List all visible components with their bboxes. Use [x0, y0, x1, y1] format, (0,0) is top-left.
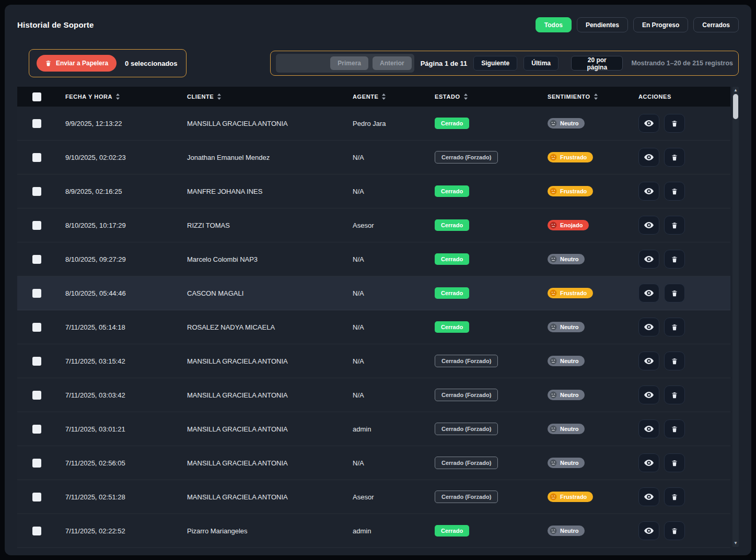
row-checkbox[interactable] — [32, 493, 41, 501]
status-badge: Cerrado (Forzado) — [435, 491, 498, 503]
previous-page-button[interactable]: Anterior — [373, 56, 412, 70]
view-button[interactable] — [638, 216, 659, 235]
filter-cerrados-button[interactable]: Cerrados — [693, 17, 739, 32]
delete-button[interactable] — [664, 419, 685, 438]
scroll-down-arrow[interactable]: ▼ — [732, 540, 739, 546]
sentiment-face-icon — [550, 120, 557, 127]
table-row[interactable]: 9/10/2025, 02:02:23 Jonathan Emanuel Men… — [17, 141, 730, 174]
scrollbar-thumb[interactable] — [733, 94, 738, 119]
delete-button[interactable] — [664, 386, 685, 404]
status-cell: Cerrado (Forzado) — [425, 491, 538, 503]
row-checkbox[interactable] — [32, 323, 41, 332]
select-all-checkbox[interactable] — [32, 92, 41, 101]
actions-cell — [629, 284, 730, 302]
delete-button[interactable] — [664, 453, 685, 472]
sentiment-face-icon — [550, 459, 557, 466]
view-button[interactable] — [638, 114, 659, 133]
scroll-up-arrow[interactable]: ▲ — [732, 87, 739, 94]
client-cell: MANSILLA GRACIELA ANTONIA — [178, 459, 343, 467]
sentiment-label: Neutro — [560, 426, 578, 432]
table-row[interactable]: 9/9/2025, 12:13:22 MANSILLA GRACIELA ANT… — [17, 107, 730, 141]
delete-button[interactable] — [664, 148, 685, 167]
view-button[interactable] — [638, 318, 659, 336]
filter-todos-button[interactable]: Todos — [536, 17, 572, 32]
row-checkbox[interactable] — [32, 187, 41, 196]
view-button[interactable] — [638, 148, 659, 167]
trash-icon — [671, 323, 678, 331]
view-button[interactable] — [638, 250, 659, 269]
view-button[interactable] — [638, 521, 659, 540]
table-row[interactable]: 7/11/2025, 05:14:18 ROSALEZ NADYA MICAEL… — [17, 310, 730, 344]
delete-button[interactable] — [664, 114, 685, 133]
row-checkbox[interactable] — [32, 153, 41, 162]
delete-button[interactable] — [664, 521, 685, 540]
column-header-datetime[interactable]: FECHA Y HORA — [56, 94, 178, 100]
view-button[interactable] — [638, 284, 659, 302]
row-checkbox[interactable] — [32, 459, 41, 468]
table-row[interactable]: 8/9/2025, 02:16:25 MANFRE JOHANA INES N/… — [17, 174, 730, 208]
table-row[interactable]: 7/11/2025, 03:03:42 MANSILLA GRACIELA AN… — [17, 378, 730, 412]
column-header-status[interactable]: ESTADO — [425, 94, 538, 100]
table-row[interactable]: 8/10/2025, 05:44:46 CASCON MAGALI N/A Ce… — [17, 276, 730, 310]
table-row[interactable]: 8/10/2025, 10:17:29 RIZZI TOMAS Asesor C… — [17, 208, 730, 242]
row-checkbox[interactable] — [32, 289, 41, 298]
sentiment-label: Frustrado — [560, 494, 587, 500]
table-row[interactable]: 8/10/2025, 09:27:29 Marcelo Colombi NAP3… — [17, 242, 730, 276]
selected-count: 0 seleccionados — [125, 60, 177, 67]
sentiment-cell: Neutro — [538, 390, 629, 400]
table-row[interactable]: 7/11/2025, 02:51:28 MANSILLA GRACIELA AN… — [17, 480, 730, 514]
delete-button[interactable] — [664, 487, 685, 506]
table-row[interactable]: 7/11/2025, 02:22:52 Pizarro Mariangeles … — [17, 514, 730, 548]
row-checkbox[interactable] — [32, 119, 41, 128]
status-filter-group: Todos Pendientes En Progreso Cerrados — [536, 17, 739, 32]
datetime-cell: 7/11/2025, 03:15:42 — [56, 357, 178, 365]
table-row[interactable]: 7/11/2025, 02:56:05 MANSILLA GRACIELA AN… — [17, 446, 730, 480]
view-button[interactable] — [638, 386, 659, 404]
delete-button[interactable] — [664, 318, 685, 336]
delete-button[interactable] — [664, 182, 685, 201]
column-header-client[interactable]: CLIENTE — [178, 94, 343, 100]
trash-icon — [671, 289, 678, 297]
row-checkbox[interactable] — [32, 357, 41, 366]
table-row[interactable]: 7/11/2025, 03:01:21 MANSILLA GRACIELA AN… — [17, 412, 730, 446]
view-button[interactable] — [638, 352, 659, 370]
delete-button[interactable] — [664, 250, 685, 269]
actions-cell — [629, 318, 730, 336]
eye-icon — [644, 357, 654, 365]
client-cell: Jonathan Emanuel Mendez — [178, 154, 343, 161]
actions-cell — [629, 114, 730, 133]
status-cell: Cerrado (Forzado) — [425, 151, 538, 164]
column-header-agent[interactable]: AGENTE — [343, 94, 425, 100]
eye-icon — [644, 527, 654, 534]
row-checkbox[interactable] — [32, 221, 41, 230]
sentiment-face-icon — [550, 221, 557, 229]
filter-pendientes-button[interactable]: Pendientes — [577, 17, 628, 32]
column-header-sentiment[interactable]: SENTIMIENTO — [538, 94, 629, 100]
filter-en-progreso-button[interactable]: En Progreso — [633, 17, 688, 32]
first-page-button[interactable]: Primera — [330, 56, 368, 70]
eye-icon — [644, 188, 654, 195]
send-to-trash-button[interactable]: Enviar a Papelera — [37, 55, 117, 72]
per-page-select[interactable]: 20 por página — [571, 56, 623, 71]
view-button[interactable] — [638, 487, 659, 506]
table-scrollbar[interactable]: ▲ ▼ — [732, 87, 739, 547]
sentiment-cell: Frustrado — [538, 152, 629, 162]
view-button[interactable] — [638, 182, 659, 201]
delete-button[interactable] — [664, 352, 685, 370]
row-checkbox[interactable] — [32, 391, 41, 400]
delete-button[interactable] — [664, 284, 685, 302]
row-checkbox[interactable] — [32, 255, 41, 264]
client-cell: RIZZI TOMAS — [178, 221, 343, 229]
status-badge: Cerrado (Forzado) — [435, 389, 498, 401]
eye-icon — [644, 255, 654, 263]
actions-cell — [629, 419, 730, 438]
last-page-button[interactable]: Última — [524, 56, 559, 71]
row-checkbox[interactable] — [32, 425, 41, 434]
table-row[interactable]: 7/11/2025, 03:15:42 MANSILLA GRACIELA AN… — [17, 344, 730, 378]
delete-button[interactable] — [664, 216, 685, 235]
next-page-button[interactable]: Siguiente — [473, 56, 517, 71]
view-button[interactable] — [638, 453, 659, 472]
support-history-window: Historial de Soporte Todos Pendientes En… — [5, 5, 751, 555]
view-button[interactable] — [638, 419, 659, 438]
row-checkbox[interactable] — [32, 527, 41, 535]
